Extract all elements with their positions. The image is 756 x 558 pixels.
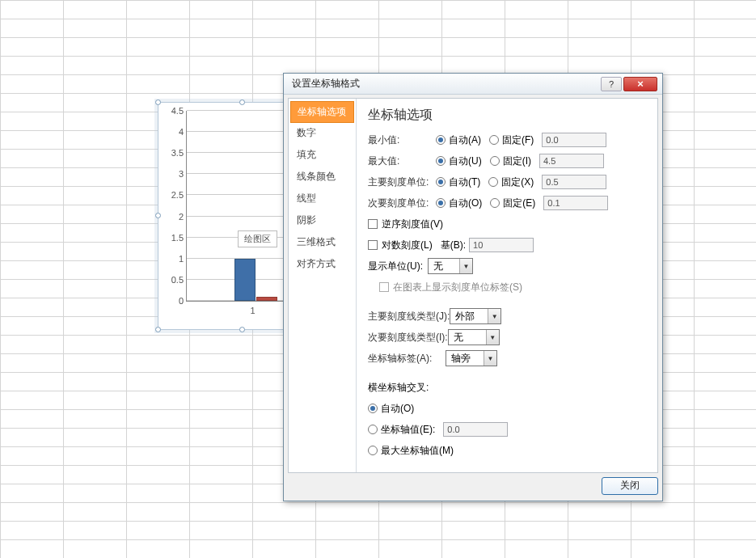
log-label: 对数刻度(L) (382, 239, 433, 252)
y-tick: 1.5 (171, 233, 187, 243)
y-tick: 3.5 (171, 148, 187, 158)
resize-handle[interactable] (239, 327, 245, 332)
plot-area-tooltip: 绘图区 (238, 230, 277, 247)
dialog-title: 设置坐标轴格式 (292, 77, 599, 91)
cross-auto-radio[interactable]: 自动(O) (368, 402, 414, 416)
min-value-input[interactable] (542, 133, 606, 147)
resize-handle[interactable] (155, 327, 161, 332)
nav-alignment[interactable]: 对齐方式 (289, 253, 356, 275)
cross-max-radio[interactable]: 最大坐标轴值(M) (368, 444, 454, 458)
major-unit-input[interactable] (542, 175, 606, 189)
minor-auto-radio[interactable]: 自动(O) (436, 197, 482, 210)
min-label: 最小值: (368, 133, 436, 147)
chevron-down-icon: ▼ (488, 309, 500, 323)
major-auto-radio[interactable]: 自动(T) (436, 175, 480, 189)
nav-line-color[interactable]: 线条颜色 (289, 166, 356, 188)
axis-labels-label: 坐标轴标签(A): (368, 352, 446, 366)
cross-value-radio[interactable]: 坐标轴值(E): (368, 423, 435, 437)
minor-fixed-radio[interactable]: 固定(E) (490, 197, 535, 210)
dialog-nav: 坐标轴选项 数字 填充 线条颜色 线型 阴影 三维格式 对齐方式 (289, 99, 357, 472)
select-text: 无 (433, 260, 459, 273)
minor-unit-label: 次要刻度单位: (368, 197, 436, 210)
show-units-label: 在图表上显示刻度单位标签(S) (393, 281, 522, 294)
radio-text: 固定(I) (503, 154, 531, 168)
content-heading: 坐标轴选项 (368, 107, 646, 124)
minor-tick-type-label: 次要刻度线类型(I): (368, 331, 448, 345)
x-tick: 1 (250, 301, 255, 315)
base-input[interactable] (469, 238, 534, 252)
resize-handle[interactable] (155, 213, 161, 218)
radio-text: 自动(U) (449, 154, 482, 168)
y-tick: 2.5 (171, 190, 187, 200)
display-units-select[interactable]: 无 ▼ (428, 258, 473, 274)
resize-handle[interactable] (239, 99, 245, 105)
max-auto-radio[interactable]: 自动(U) (436, 154, 482, 168)
radio-text: 自动(O) (449, 197, 482, 210)
nav-3d-format[interactable]: 三维格式 (289, 231, 356, 253)
radio-text: 自动(O) (381, 402, 414, 416)
max-label: 最大值: (368, 154, 436, 168)
chevron-down-icon: ▼ (484, 351, 496, 366)
dialog-footer: 关闭 (288, 475, 658, 497)
nav-shadow[interactable]: 阴影 (289, 209, 356, 231)
chevron-down-icon: ▼ (486, 330, 499, 345)
dialog-body: 坐标轴选项 数字 填充 线条颜色 线型 阴影 三维格式 对齐方式 坐标轴选项 最… (288, 98, 658, 473)
radio-text: 最大坐标轴值(M) (381, 444, 454, 458)
bar-series-1[interactable] (234, 259, 256, 301)
minor-unit-input[interactable] (543, 196, 608, 210)
radio-text: 固定(X) (501, 175, 534, 189)
dialog-content: 坐标轴选项 最小值: 自动(A) 固定(F) 最大值: 自动(U) 固定(I) … (357, 99, 657, 472)
select-text: 无 (454, 331, 486, 345)
reverse-label: 逆序刻度值(V) (382, 218, 443, 231)
y-tick: 2 (179, 212, 187, 222)
select-text: 轴旁 (451, 352, 484, 366)
major-tick-type-label: 主要刻度线类型(J): (368, 310, 450, 323)
major-unit-label: 主要刻度单位: (368, 175, 436, 189)
y-tick: 4.5 (171, 106, 187, 116)
axis-labels-select[interactable]: 轴旁 ▼ (446, 350, 497, 366)
min-fixed-radio[interactable]: 固定(F) (489, 133, 534, 147)
minor-tick-type-select[interactable]: 无 ▼ (448, 329, 500, 345)
radio-text: 坐标轴值(E): (381, 423, 435, 437)
radio-text: 固定(E) (503, 197, 535, 210)
major-fixed-radio[interactable]: 固定(X) (488, 175, 534, 189)
y-tick: 4 (179, 127, 187, 137)
show-units-checkbox (379, 282, 389, 292)
log-checkbox[interactable] (368, 240, 378, 250)
close-icon[interactable]: × (623, 77, 657, 91)
min-auto-radio[interactable]: 自动(A) (436, 133, 481, 147)
y-tick: 0.5 (171, 275, 187, 285)
cross-heading: 横坐标轴交叉: (368, 381, 429, 395)
major-tick-type-select[interactable]: 外部 ▼ (450, 308, 501, 324)
bar-series-2[interactable] (256, 297, 277, 301)
select-text: 外部 (455, 310, 488, 323)
max-value-input[interactable] (539, 154, 604, 168)
y-tick: 1 (179, 254, 187, 264)
radio-text: 自动(A) (449, 133, 481, 147)
max-fixed-radio[interactable]: 固定(I) (490, 154, 531, 168)
nav-fill[interactable]: 填充 (289, 144, 356, 166)
radio-text: 固定(F) (502, 133, 534, 147)
resize-handle[interactable] (155, 99, 161, 105)
display-units-label: 显示单位(U): (368, 260, 423, 273)
nav-number[interactable]: 数字 (289, 122, 356, 144)
y-tick: 0 (179, 296, 187, 306)
radio-text: 自动(T) (449, 175, 480, 189)
nav-axis-options[interactable]: 坐标轴选项 (290, 101, 354, 123)
nav-line-style[interactable]: 线型 (289, 188, 356, 209)
y-tick: 3 (179, 169, 187, 179)
cross-value-input[interactable] (443, 422, 508, 437)
format-axis-dialog: 设置坐标轴格式 ? × 坐标轴选项 数字 填充 线条颜色 线型 阴影 三维格式 … (283, 73, 663, 501)
help-button[interactable]: ? (601, 77, 622, 91)
close-button[interactable]: 关闭 (602, 477, 658, 495)
chevron-down-icon: ▼ (459, 259, 472, 273)
dialog-titlebar[interactable]: 设置坐标轴格式 ? × (284, 74, 662, 95)
base-label: 基(B): (441, 239, 466, 252)
reverse-checkbox[interactable] (368, 219, 378, 229)
